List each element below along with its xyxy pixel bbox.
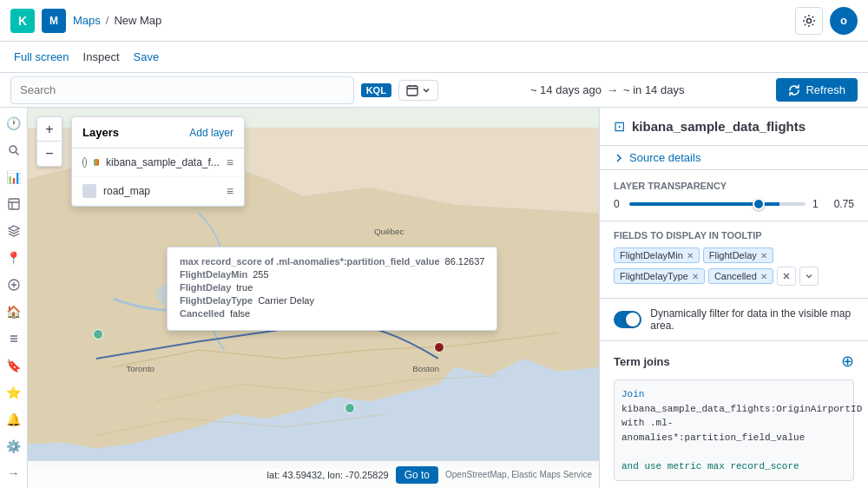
maps-app-icon: M — [42, 9, 66, 33]
layer-toggle-circle — [82, 157, 87, 168]
layers-panel-title: Layers — [82, 126, 119, 139]
osm-credit: OpenStreetMap, Elastic Maps Service — [445, 470, 592, 479]
sidebar-icon-search[interactable] — [2, 138, 26, 162]
transparency-slider[interactable] — [629, 202, 806, 206]
tag-expand-button[interactable] — [799, 267, 819, 286]
svg-rect-3 — [9, 199, 19, 209]
map-marker-boston-south — [345, 403, 355, 413]
top-bar: K M Maps / New Map o — [0, 0, 868, 42]
breadcrumb-maps[interactable]: Maps — [73, 14, 101, 27]
sidebar-icon-alert[interactable]: 🔔 — [2, 407, 26, 431]
gear-icon — [802, 14, 816, 28]
layer-name-flights: kibana_sample_data_f... — [106, 156, 220, 168]
panel-title: kibana_sample_data_flights — [632, 119, 806, 134]
term-joins-title: Term joins — [614, 355, 670, 368]
tags-row-2: FlightDelayType ✕ Cancelled ✕ — [614, 267, 854, 286]
save-link[interactable]: Save — [134, 50, 160, 63]
term-joins-add-button[interactable]: ⊕ — [841, 352, 854, 371]
term-joins-section: Term joins ⊕ Join kibana_sample_data_fli… — [600, 341, 868, 488]
tooltip-key-1: max record_score of .ml-anomalies*:parti… — [180, 256, 440, 267]
dynamic-filter-toggle[interactable] — [614, 311, 641, 328]
calendar-button[interactable] — [398, 80, 438, 101]
transparency-value: 0.75 — [828, 198, 854, 210]
zoom-in-button[interactable]: + — [37, 117, 62, 142]
sidebar-icon-bookmark[interactable]: 🔖 — [2, 353, 26, 377]
tooltip-val-1: 86.12637 — [445, 256, 485, 267]
add-layer-button[interactable]: Add layer — [189, 127, 233, 139]
fullscreen-link[interactable]: Full screen — [14, 50, 69, 63]
tag-remove-flightdelaymin[interactable]: ✕ — [687, 251, 694, 260]
svg-text:Toronto: Toronto — [126, 364, 155, 373]
layer-color-gradient — [94, 159, 99, 166]
tag-cancelled: Cancelled ✕ — [708, 268, 773, 284]
right-panel: ⊡ kibana_sample_data_flights Source deta… — [599, 108, 868, 488]
settings-button[interactable] — [795, 7, 823, 35]
transparency-min: 0 — [614, 198, 622, 210]
transparency-section: Layer transparency 0 1 0.75 — [600, 170, 868, 221]
goto-button[interactable]: Go to — [396, 466, 438, 484]
search-input[interactable] — [20, 83, 345, 96]
fields-label: Fields to display in tooltip — [614, 230, 854, 241]
tooltip-key-5: Cancelled — [180, 308, 225, 319]
layer-drag-handle-road[interactable]: ≡ — [227, 184, 233, 198]
left-sidebar: 🕐 📊 📍 🏠 🔖 ⭐ 🔔 ⚙️ → — [0, 108, 28, 488]
zoom-out-button[interactable]: − — [37, 142, 62, 166]
sidebar-icon-clock[interactable]: 🕐 — [2, 111, 26, 135]
sidebar-icon-plus[interactable] — [2, 273, 26, 296]
tag-remove-cancelled[interactable]: ✕ — [760, 272, 767, 281]
breadcrumb-current: New Map — [114, 14, 161, 27]
x-icon — [782, 272, 791, 280]
tag-remove-all-button[interactable] — [777, 267, 796, 286]
zoom-controls: + − — [36, 116, 62, 167]
map-area[interactable]: Québec Montréal Toronto Boston + − Layer… — [28, 108, 599, 488]
sidebar-icon-layers[interactable] — [2, 219, 26, 242]
toggle-row: Dynamically filter for data in the visib… — [600, 299, 868, 341]
chevron-down-small-icon — [805, 272, 813, 280]
svg-point-0 — [807, 18, 812, 23]
sidebar-icon-chart[interactable]: 📊 — [2, 165, 26, 188]
layer-drag-handle[interactable]: ≡ — [227, 155, 233, 169]
layer-item-roadmap[interactable]: road_map ≡ — [72, 177, 244, 206]
svg-text:Québec: Québec — [374, 227, 404, 236]
sidebar-icon-home[interactable]: 🏠 — [2, 300, 26, 323]
transparency-max: 1 — [812, 198, 821, 210]
tooltip-key-2: FlightDelayMin — [180, 269, 247, 280]
tooltip-key-4: FlightDelayType — [180, 295, 253, 306]
inspect-link[interactable]: Inspect — [83, 50, 120, 63]
map-tooltip: max record_score of .ml-anomalies*:parti… — [167, 247, 497, 331]
svg-rect-12 — [85, 187, 94, 195]
tag-remove-flightdelay[interactable]: ✕ — [760, 251, 767, 260]
svg-point-2 — [10, 146, 16, 153]
search-bar: KQL ~ 14 days ago → ~ in 14 days Refresh — [0, 73, 868, 108]
sidebar-icon-location[interactable]: 📍 — [2, 246, 26, 269]
refresh-button[interactable]: Refresh — [776, 78, 858, 102]
sidebar-icon-settings[interactable]: ⚙️ — [2, 434, 26, 458]
coordinates-text: lat: 43.59432, lon: -70.25829 — [267, 470, 389, 480]
coords-bar: lat: 43.59432, lon: -70.25829 Go to Open… — [28, 460, 599, 488]
layers-panel: Layers Add layer kibana_sample_data_f...… — [71, 116, 245, 207]
sidebar-icon-table[interactable] — [2, 192, 26, 215]
tag-remove-flightdelaytype[interactable]: ✕ — [692, 272, 699, 281]
sidebar-icon-list[interactable] — [2, 326, 26, 350]
map-marker-toronto — [93, 329, 103, 340]
sidebar-icon-star[interactable]: ⭐ — [2, 380, 26, 404]
panel-header: ⊡ kibana_sample_data_flights — [600, 108, 868, 146]
search-input-wrap[interactable] — [10, 76, 354, 104]
chevron-down-icon — [422, 86, 431, 95]
tag-flightdelaytype: FlightDelayType ✕ — [614, 268, 705, 284]
avatar[interactable]: o — [830, 7, 858, 35]
source-details-link[interactable]: Source details — [600, 146, 868, 170]
tag-flightdelay: FlightDelay ✕ — [703, 247, 773, 263]
sidebar-icon-arrow[interactable]: → — [2, 461, 26, 485]
tooltip-val-3: true — [236, 282, 253, 293]
transparency-label: Layer transparency — [614, 181, 854, 191]
kql-badge[interactable]: KQL — [361, 83, 391, 97]
tooltip-val-2: 255 — [253, 269, 268, 280]
kibana-logo: K — [10, 9, 35, 33]
layer-type-icon: ⊡ — [614, 118, 625, 135]
join-code-block: Join kibana_sample_data_flights:OriginAi… — [614, 379, 854, 481]
calendar-icon — [406, 84, 418, 96]
svg-text:Boston: Boston — [412, 364, 439, 373]
main-area: 🕐 📊 📍 🏠 🔖 ⭐ 🔔 ⚙️ → — [0, 108, 868, 488]
layer-item-flights[interactable]: kibana_sample_data_f... ≡ — [72, 148, 244, 177]
